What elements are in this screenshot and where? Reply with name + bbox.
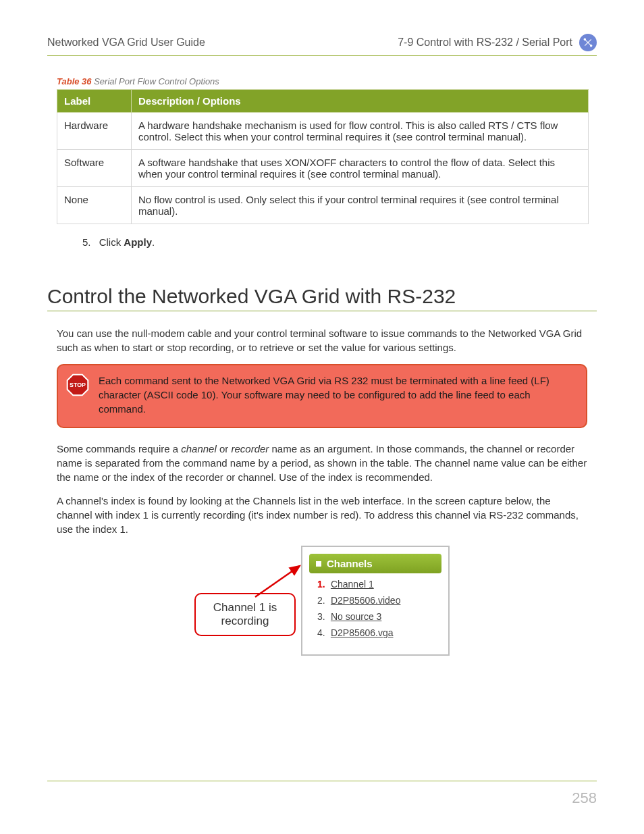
table-cell-label: None (57, 187, 132, 224)
channel-link[interactable]: D2P85606.video (331, 595, 401, 606)
table-cell-label: Hardware (57, 113, 132, 150)
channels-list: 1. Channel 1 2. D2P85606.video 3. No sou… (309, 579, 441, 648)
list-item: 4. D2P85606.vga (317, 627, 441, 638)
square-icon (316, 561, 321, 567)
table-cell-desc: No flow control is used. Only select thi… (132, 187, 589, 224)
callout-text: Channel 1 is recording (194, 593, 296, 636)
stop-icon: STOP (66, 373, 89, 416)
svg-text:STOP: STOP (70, 382, 86, 388)
stop-warning-box: STOP Each command sent to the Networked … (57, 364, 587, 428)
table-cell-desc: A software handshake that uses XON/XOFF … (132, 150, 589, 187)
header-section-title: 7-9 Control with RS-232 / Serial Port (398, 36, 572, 49)
svg-point-1 (591, 45, 592, 47)
paragraph-channel-index: A channel's index is found by looking at… (57, 494, 587, 536)
page-header: Networked VGA Grid User Guide 7-9 Contro… (47, 34, 597, 56)
section-heading: Control the Networked VGA Grid with RS-2… (47, 285, 597, 311)
table-row: None No flow control is used. Only selec… (57, 187, 589, 224)
step-text-bold: Apply (124, 236, 152, 248)
paragraph-intro: You can use the null-modem cable and you… (57, 326, 587, 355)
page-number: 258 (572, 789, 597, 807)
step-number: 5. (82, 236, 91, 248)
table-header-desc: Description / Options (132, 90, 589, 113)
list-item: 3. No source 3 (317, 611, 441, 622)
step-instruction: 5. Click Apply. (82, 236, 597, 248)
step-text-prefix: Click (99, 236, 124, 248)
svg-point-0 (584, 38, 585, 40)
footer-divider (47, 781, 597, 781)
table-cell-desc: A hardware handshake mechanism is used f… (132, 113, 589, 150)
stop-warning-text: Each command sent to the Networked VGA G… (99, 373, 575, 416)
table-caption-prefix: Table 36 (57, 76, 92, 86)
channel-link[interactable]: No source 3 (331, 611, 381, 622)
table-caption: Table 36 Serial Port Flow Control Option… (57, 76, 597, 86)
flow-control-table: Label Description / Options Hardware A h… (57, 89, 589, 224)
list-item: 2. D2P85606.video (317, 595, 441, 606)
paragraph-channel-arg: Some commands require a channel or recor… (57, 442, 587, 484)
table-row: Hardware A hardware handshake mechanism … (57, 113, 589, 150)
table-cell-label: Software (57, 150, 132, 187)
figure-callout: Channel 1 is recording (194, 593, 296, 636)
channels-figure: Channel 1 is recording Channels 1. Chann… (57, 546, 587, 656)
channel-link[interactable]: D2P85606.vga (331, 627, 394, 638)
channels-panel-header: Channels (309, 554, 441, 573)
channels-panel: Channels 1. Channel 1 2. D2P85606.video … (301, 546, 450, 656)
header-guide-title: Networked VGA Grid User Guide (47, 36, 205, 49)
list-item: 1. Channel 1 (317, 579, 441, 590)
table-header-label: Label (57, 90, 132, 113)
table-caption-text: Serial Port Flow Control Options (94, 76, 219, 86)
channel-link[interactable]: Channel 1 (331, 579, 374, 590)
step-text-suffix: . (152, 236, 155, 248)
tools-icon (579, 34, 597, 51)
table-row: Software A software handshake that uses … (57, 150, 589, 187)
channels-panel-title: Channels (327, 558, 373, 569)
